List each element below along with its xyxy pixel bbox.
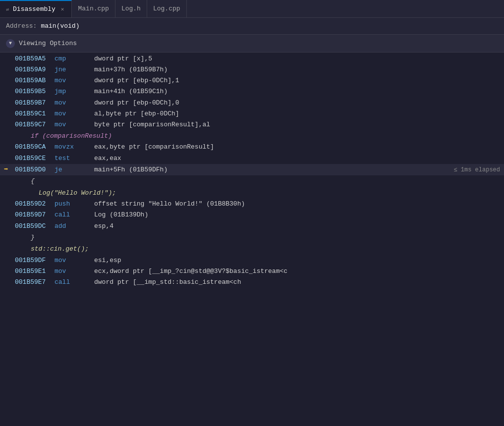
mnemonic: jne	[55, 65, 94, 75]
address: 001B59C7	[15, 120, 55, 130]
tab-log-h-label: Log.h	[121, 5, 141, 12]
mnemonic: cmp	[55, 54, 94, 64]
timing-label: ≤ 1ms elapsed	[453, 165, 500, 175]
address: 001B59DC	[15, 221, 55, 231]
tab-log-cpp[interactable]: Log.cpp	[147, 0, 187, 17]
asm-line[interactable]: 001B59ABmovdword ptr [ebp-0DCh],1	[0, 75, 504, 86]
operands: eax,eax	[94, 154, 500, 163]
address-label: Address:	[6, 22, 37, 30]
address: 001B59DF	[15, 256, 55, 266]
mnemonic: mov	[55, 109, 94, 119]
mnemonic: push	[55, 199, 94, 209]
address: 001B59AB	[15, 76, 55, 86]
mnemonic: mov	[55, 76, 94, 86]
tab-main-cpp-label: Main.cpp	[78, 5, 109, 12]
tab-log-h[interactable]: Log.h	[115, 0, 147, 17]
tab-disassembly[interactable]: ⇌ Disassembly ✕	[0, 0, 72, 17]
address: 001B59CE	[15, 154, 55, 163]
address: 001B59D0	[15, 165, 55, 175]
operands: eax,byte ptr [comparisonResult]	[94, 142, 500, 152]
asm-line[interactable]: ➡001B59D0jemain+5Fh (01B59DFh)≤ 1ms elap…	[0, 164, 504, 176]
operands: dword ptr [x],5	[94, 54, 500, 64]
arrow-indicator: ➡	[4, 164, 15, 175]
mnemonic: movzx	[55, 142, 94, 152]
asm-line[interactable]: 001B59C7movbyte ptr [comparisonResult],a…	[0, 119, 504, 130]
chevron-down-icon: ▼	[6, 39, 15, 48]
operands: Log (01B139Dh)	[94, 210, 500, 220]
operands: main+5Fh (01B59DFh)	[94, 165, 444, 175]
asm-line[interactable]: 001B59C1moval,byte ptr [ebp-0DCh]	[0, 108, 504, 119]
operands: dword ptr [ebp-0DCh],0	[94, 98, 500, 108]
asm-line[interactable]: 001B59A9jnemain+37h (01B59B7h)	[0, 64, 504, 75]
operands: esp,4	[94, 221, 500, 231]
mnemonic: mov	[55, 98, 94, 108]
address: 001B59CA	[15, 142, 55, 152]
mnemonic: je	[55, 165, 94, 175]
mnemonic: call	[55, 210, 94, 220]
disassembly-content: 001B59A5cmpdword ptr [x],5001B59A9jnemai…	[0, 53, 504, 289]
source-text: std::cin.get();	[31, 244, 89, 254]
operands: dword ptr [ebp-0DCh],1	[94, 76, 500, 86]
mnemonic: jmp	[55, 87, 94, 97]
tab-disassembly-close[interactable]: ✕	[59, 5, 66, 13]
operands: ecx,dword ptr [__imp_?cin@std@@3V?$basic…	[94, 266, 500, 276]
asm-line[interactable]: 001B59CAmovzxeax,byte ptr [comparisonRes…	[0, 142, 504, 153]
source-text: {	[31, 176, 35, 186]
asm-line[interactable]: 001B59DCaddesp,4	[0, 221, 504, 232]
asm-line[interactable]: 001B59B5jmpmain+41h (01B59C1h)	[0, 86, 504, 97]
asm-line[interactable]: 001B59DFmovesi,esp	[0, 255, 504, 266]
asm-line[interactable]: 001B59E7calldword ptr [__imp_std::basic_…	[0, 277, 504, 288]
operands: al,byte ptr [ebp-0DCh]	[94, 109, 500, 119]
source-text: }	[31, 232, 35, 243]
address: 001B59D7	[15, 210, 55, 220]
address: 001B59B7	[15, 98, 55, 108]
source-line: std::cin.get();	[0, 243, 504, 255]
address: 001B59E1	[15, 266, 55, 276]
asm-line[interactable]: 001B59CEtesteax,eax	[0, 153, 504, 164]
mnemonic: call	[55, 277, 94, 287]
asm-line[interactable]: 001B59E1movecx,dword ptr [__imp_?cin@std…	[0, 266, 504, 277]
asm-line[interactable]: 001B59B7movdword ptr [ebp-0DCh],0	[0, 98, 504, 108]
mnemonic: mov	[55, 266, 94, 276]
tab-main-cpp[interactable]: Main.cpp	[72, 0, 115, 17]
operands: offset string "Hello World!" (01B8B30h)	[94, 199, 500, 209]
asm-line[interactable]: 001B59D7callLog (01B139Dh)	[0, 210, 504, 220]
mnemonic: mov	[55, 120, 94, 130]
viewing-options-bar[interactable]: ▼ Viewing Options	[0, 35, 504, 53]
asm-line[interactable]: 001B59D2pushoffset string "Hello World!"…	[0, 199, 504, 210]
operands: main+41h (01B59C1h)	[94, 87, 500, 97]
tab-log-cpp-label: Log.cpp	[153, 5, 180, 12]
source-text: if (comparisonResult)	[31, 131, 112, 141]
address: 001B59D2	[15, 199, 55, 209]
address: 001B59C1	[15, 109, 55, 119]
operands: main+37h (01B59B7h)	[94, 65, 500, 75]
operands: esi,esp	[94, 256, 500, 266]
tab-disassembly-label: Disassembly	[13, 5, 56, 13]
source-text: Log("Hello World!");	[39, 188, 116, 198]
address-bar: Address: main(void)	[0, 18, 504, 35]
address: 001B59A5	[15, 54, 55, 64]
source-line: }	[0, 232, 504, 243]
operands: dword ptr [__imp_std::basic_istream<ch	[94, 277, 500, 287]
tab-bar: ⇌ Disassembly ✕ Main.cpp Log.h Log.cpp	[0, 0, 504, 18]
mnemonic: mov	[55, 256, 94, 266]
address: 001B59E7	[15, 277, 55, 287]
mnemonic: add	[55, 221, 94, 231]
asm-line[interactable]: 001B59A5cmpdword ptr [x],5	[0, 53, 504, 64]
address: 001B59B5	[15, 87, 55, 97]
source-line: Log("Hello World!");	[0, 187, 504, 199]
address: 001B59A9	[15, 65, 55, 75]
viewing-options-label: Viewing Options	[19, 40, 77, 47]
source-line: {	[0, 175, 504, 187]
address-value: main(void)	[41, 22, 79, 30]
source-line: if (comparisonResult)	[0, 130, 504, 142]
operands: byte ptr [comparisonResult],al	[94, 120, 500, 130]
mnemonic: test	[55, 154, 94, 163]
disassembly-icon: ⇌	[6, 6, 9, 12]
